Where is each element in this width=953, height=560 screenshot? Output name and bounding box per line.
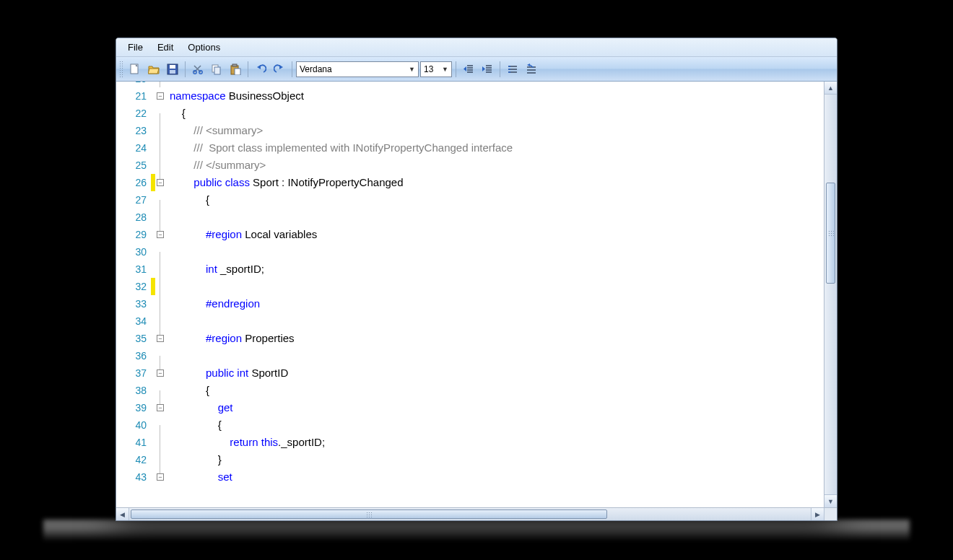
- code-line: 34: [116, 312, 824, 330]
- code-line: 33 #endregion: [116, 295, 824, 312]
- svg-marker-12: [257, 65, 261, 69]
- svg-rect-11: [235, 69, 240, 75]
- uncomment-lines-icon: [526, 64, 537, 75]
- line-number: 29: [116, 226, 151, 243]
- indent-icon: [482, 64, 493, 75]
- svg-marker-16: [527, 64, 530, 66]
- vertical-scroll-thumb[interactable]: [826, 183, 835, 284]
- undo-button[interactable]: [252, 61, 269, 78]
- code-line: 41 return this._sportID;: [116, 434, 824, 451]
- toolbar-grip[interactable]: [119, 61, 123, 78]
- scroll-left-button[interactable]: ◀: [116, 508, 129, 520]
- indent-button[interactable]: [479, 61, 496, 78]
- scroll-right-button[interactable]: ▶: [811, 508, 824, 520]
- horizontal-scroll-thumb[interactable]: [131, 509, 607, 519]
- line-number: 27: [116, 191, 151, 209]
- svg-marker-14: [464, 66, 466, 71]
- toolbar-separator: [292, 61, 292, 77]
- save-button[interactable]: [164, 61, 181, 78]
- line-number: 42: [116, 451, 151, 468]
- svg-rect-3: [170, 65, 175, 69]
- comment-button[interactable]: [504, 61, 521, 78]
- modification-marker: [151, 278, 155, 295]
- fold-toggle[interactable]: −: [157, 179, 164, 186]
- font-size: 13: [424, 64, 433, 74]
- horizontal-scrollbar[interactable]: ◀ ▶: [116, 507, 837, 520]
- cut-button[interactable]: [189, 61, 206, 78]
- toolbar-separator: [500, 61, 500, 77]
- menu-options[interactable]: Options: [180, 40, 227, 54]
- line-number: 20: [116, 82, 151, 87]
- fold-toggle[interactable]: −: [157, 92, 164, 100]
- chevron-down-icon: ▼: [409, 66, 415, 73]
- svg-marker-15: [482, 66, 485, 71]
- editor-window: File Edit Options: [116, 38, 837, 521]
- code-line: 32: [116, 278, 824, 295]
- uncomment-button[interactable]: [523, 61, 540, 78]
- scroll-up-button[interactable]: ▲: [824, 82, 837, 95]
- fold-toggle[interactable]: −: [157, 335, 164, 342]
- svg-rect-8: [214, 67, 220, 74]
- scrollbar-corner: [824, 508, 837, 520]
- code-line: 39 − get: [116, 399, 824, 416]
- paste-button[interactable]: [227, 61, 244, 78]
- line-number: 24: [116, 139, 151, 157]
- copy-button[interactable]: [208, 61, 225, 78]
- code-line: 20: [116, 82, 824, 87]
- code-line: 42 }: [116, 451, 824, 468]
- code-line: 29 − #region Local variables: [116, 226, 824, 243]
- new-file-button[interactable]: [126, 61, 144, 78]
- fold-toggle[interactable]: −: [157, 231, 164, 238]
- line-number: 22: [116, 105, 151, 122]
- editor-area: 20 21 − namespace BusinessObject: [116, 82, 837, 520]
- code-line: 31 int _sportID;: [116, 261, 824, 278]
- font-dropdown[interactable]: Verdana ▼: [296, 61, 419, 77]
- scroll-down-button[interactable]: ▼: [824, 494, 837, 507]
- comment-lines-icon: [507, 64, 518, 75]
- toolbar-separator: [248, 61, 248, 77]
- stage: File Edit Options: [0, 0, 953, 560]
- outdent-icon: [463, 64, 474, 75]
- code-line: 43 − set: [116, 468, 824, 486]
- menu-file[interactable]: File: [121, 40, 150, 54]
- code-line: 30: [116, 243, 824, 261]
- undo-icon: [255, 64, 266, 75]
- code-line: 26 − public class Sport : INotifyPropert…: [116, 174, 824, 191]
- line-number: 28: [116, 209, 151, 226]
- line-number: 25: [116, 157, 151, 174]
- line-number: 35: [116, 330, 151, 347]
- line-number: 39: [116, 399, 151, 416]
- redo-button[interactable]: [271, 61, 288, 78]
- code-line: 37 − public int SportID: [116, 364, 824, 382]
- fold-toggle[interactable]: −: [157, 473, 164, 481]
- menu-edit[interactable]: Edit: [150, 40, 180, 54]
- toolbar: Verdana ▼ 13 ▼: [116, 57, 837, 82]
- line-number: 33: [116, 295, 151, 312]
- code-line: 35 − #region Properties: [116, 330, 824, 347]
- code-line: 24 /// Sport class implemented with INot…: [116, 139, 824, 157]
- line-number: 43: [116, 468, 151, 486]
- line-number: 32: [116, 278, 151, 295]
- outdent-button[interactable]: [460, 61, 477, 78]
- code-line: 28: [116, 209, 824, 226]
- line-number: 34: [116, 312, 151, 330]
- line-number: 37: [116, 364, 151, 382]
- toolbar-separator: [456, 61, 456, 77]
- redo-icon: [274, 64, 285, 75]
- line-number: 36: [116, 347, 151, 364]
- fold-toggle[interactable]: −: [157, 404, 164, 411]
- open-file-button[interactable]: [145, 61, 162, 78]
- code-pane[interactable]: 20 21 − namespace BusinessObject: [116, 82, 824, 507]
- vertical-scrollbar[interactable]: ▲ ▼: [824, 82, 837, 507]
- paste-icon: [230, 64, 241, 75]
- code-line: 25 /// </summary>: [116, 157, 824, 174]
- fold-toggle[interactable]: −: [157, 369, 164, 377]
- svg-marker-13: [279, 65, 283, 69]
- svg-rect-10: [232, 64, 237, 66]
- line-number: 41: [116, 434, 151, 451]
- menu-bar: File Edit Options: [116, 38, 837, 57]
- font-size-dropdown[interactable]: 13 ▼: [420, 61, 452, 77]
- line-number: 26: [116, 174, 151, 191]
- line-number: 21: [116, 87, 151, 105]
- scissors-icon: [192, 64, 204, 75]
